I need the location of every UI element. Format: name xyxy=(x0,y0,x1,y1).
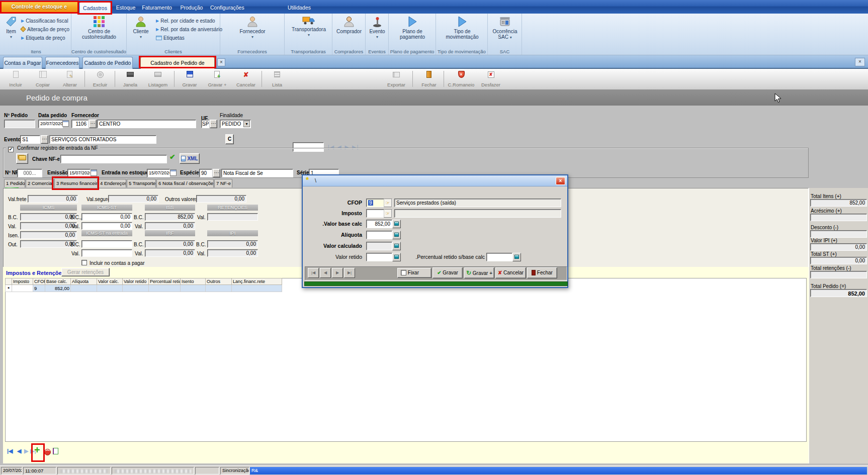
ribbon-item-alteracao-preco[interactable]: Alteração de preço xyxy=(21,27,69,34)
outros-valores-field[interactable]: 0,00 xyxy=(196,195,246,203)
grid-cell-lanc-financ[interactable] xyxy=(232,285,282,292)
mdi-tab-cadastro-pedido[interactable]: Cadastro de Pedido xyxy=(82,57,133,69)
gravar-button[interactable]: Gravar xyxy=(178,70,201,88)
janela-button[interactable]: Janela xyxy=(119,70,142,88)
grid-cell-aliquota[interactable] xyxy=(71,285,97,292)
dialog-nav-prev[interactable]: ◀ xyxy=(320,268,331,278)
gerar-retencoes-button[interactable]: Gerar retenções xyxy=(61,268,110,276)
alterar-button[interactable]: ✎Alterar xyxy=(58,70,81,88)
subtab-nfe[interactable]: 7 NF-e xyxy=(214,179,232,187)
ribbon-item-etiqueta-preco[interactable]: ▶Etiqueta de preço xyxy=(21,35,65,42)
menu-tab-estoque[interactable]: Estoque xyxy=(115,2,137,13)
n-nf-field[interactable]: 000... xyxy=(17,169,42,177)
desconto-field[interactable] xyxy=(810,230,867,238)
especie-lookup-button[interactable]: ··· xyxy=(213,169,220,177)
chave-nfe-field[interactable] xyxy=(60,155,167,163)
grid-delete-row-button[interactable] xyxy=(44,449,51,455)
grid-cell-base-calc[interactable]: 852,00 xyxy=(45,285,71,292)
incluir-contas-pagar-checkbox[interactable] xyxy=(81,260,87,265)
centro-custo-button[interactable]: Centro de custo/resultado xyxy=(80,16,118,40)
fixar-checkbox[interactable] xyxy=(401,270,406,275)
aliquota-calc-button[interactable] xyxy=(392,231,401,239)
val-frete-field[interactable]: 0,00 xyxy=(28,195,78,203)
ribbon-item-rel-cidade-estado[interactable]: ▶Rel. por cidade e estado xyxy=(156,18,215,25)
menu-tab-utilidades[interactable]: Utilidades xyxy=(287,2,312,13)
menu-tab-cadastros[interactable]: Cadastros xyxy=(79,2,111,13)
entrada-field[interactable]: 15/07/2020 xyxy=(147,169,170,177)
exportar-button[interactable]: Exportar xyxy=(383,70,409,88)
mdi-tab-contas-a-pagar[interactable]: Contas a Pagar xyxy=(3,57,42,69)
grid-cell-percentual-retido[interactable] xyxy=(149,285,181,292)
evento-name-field[interactable]: SERVIÇOS CONTRATADOS xyxy=(49,135,156,144)
subtab-comercial[interactable]: 2 Comercial xyxy=(26,179,54,187)
uf-lookup-button[interactable]: ··· xyxy=(210,120,217,128)
grid-cell-outros[interactable] xyxy=(206,285,232,292)
xml-button[interactable]: XML xyxy=(180,153,200,164)
tipo-movimentacao-button[interactable]: Tipo de movimentação xyxy=(444,16,480,40)
fornecedor-name-field[interactable]: CENTRO xyxy=(97,120,196,128)
comprador-button[interactable]: Comprador xyxy=(334,16,364,34)
valor-retido-field[interactable] xyxy=(366,253,392,261)
item-button[interactable]: Item▾ xyxy=(2,16,20,40)
icms-st-val-field[interactable]: 0,00 xyxy=(81,222,132,230)
c-button[interactable]: C xyxy=(225,134,234,144)
dialog-nav-first[interactable]: |◀ xyxy=(308,268,319,278)
grid-row-selector[interactable]: * xyxy=(5,285,12,292)
dialog-cancelar-button[interactable]: ✘ Cancelar xyxy=(495,267,526,278)
ocorrencia-sac-button[interactable]: Ocorrência SAC ▾ xyxy=(490,16,520,40)
grid-cell-isento[interactable] xyxy=(181,285,206,292)
lista-button[interactable]: Lista xyxy=(266,70,289,88)
listagem-button[interactable]: Listagem xyxy=(145,70,171,88)
ribbon-item-classificacao-fiscal[interactable]: ▶Classificacao fiscal xyxy=(21,18,68,25)
grid-cell-valor-retido[interactable] xyxy=(123,285,149,292)
dialog-gravar-mais-button[interactable]: ↻ Gravar + xyxy=(464,267,494,278)
uf-field[interactable]: SP xyxy=(201,120,209,128)
mdi-tab-cadastro-pedido-compra[interactable]: Cadastro de Pedido de Compra xyxy=(140,57,215,69)
dialog-titlebar[interactable]: * \ × xyxy=(303,175,567,186)
subtab-nota-fiscal-obs[interactable]: 6 Nota fiscal / observações xyxy=(156,179,214,187)
grid-cell-valor-calc[interactable] xyxy=(97,285,123,292)
emissao-field[interactable]: 15/07/2020 xyxy=(67,169,91,177)
cliente-button[interactable]: Cliente▾ xyxy=(130,16,152,40)
cancelar-button[interactable]: ✘Cancelar xyxy=(233,70,258,88)
grid-cell-cfop[interactable]: 9 xyxy=(33,285,45,292)
nf-checkbox[interactable]: ✔ xyxy=(8,147,14,152)
grid-add-row-button[interactable]: + xyxy=(34,444,40,456)
grid-nav-next[interactable]: ▶ xyxy=(24,448,28,454)
fornecedor-code-field[interactable]: 1106 xyxy=(71,120,89,128)
calendar-icon[interactable] xyxy=(62,120,69,127)
dialog-nav-last[interactable]: ▶| xyxy=(344,268,355,278)
menu-tab-producao[interactable]: Produção xyxy=(179,2,204,13)
gravar-mais-button[interactable]: +Gravar + xyxy=(204,70,230,88)
evento-lookup-button[interactable]: ··· xyxy=(41,135,48,144)
copiar-button[interactable]: Copiar xyxy=(31,70,54,88)
grid-nav-first[interactable]: |◀ xyxy=(7,448,13,454)
cfop-lookup-button[interactable]: ☞ xyxy=(384,199,392,207)
icms-st-ent-val-field[interactable] xyxy=(81,249,132,257)
aliquota-field[interactable] xyxy=(366,231,392,239)
icms-st-ent-bc-field[interactable] xyxy=(81,240,132,248)
n-pedido-field[interactable] xyxy=(4,120,35,128)
plano-pagamento-button[interactable]: Plano de pagamento xyxy=(395,16,430,40)
especie-field[interactable]: 90 xyxy=(199,169,212,177)
dialog-close-button[interactable]: × xyxy=(556,177,565,185)
grid-nav-prev[interactable]: ◀ xyxy=(17,448,21,454)
valor-base-field[interactable]: 852,00 xyxy=(366,220,392,228)
evento-code-field[interactable]: S1 xyxy=(20,135,40,144)
imposto-lookup-button[interactable]: ☞ xyxy=(384,209,392,218)
menu-tab-faturamento[interactable]: Faturamento xyxy=(142,2,172,13)
dialog-nav-next[interactable]: ▶ xyxy=(332,268,343,278)
fornecedor-button[interactable]: Fornecedor▾ xyxy=(237,16,268,40)
dialog-gravar-button[interactable]: ✔ Gravar xyxy=(432,267,463,278)
calendar-icon[interactable] xyxy=(91,169,97,176)
close-window-button[interactable]: × xyxy=(855,58,865,66)
finalidade-select[interactable]: PEDIDO▾ xyxy=(220,120,251,128)
subtab-transporte[interactable]: 5 Transporte xyxy=(127,179,156,187)
ribbon-item-etiquetas[interactable]: Etiquetas xyxy=(156,35,185,42)
fixar-checkbox-panel[interactable]: Fixar xyxy=(397,268,431,278)
icms-st-bc-field[interactable]: 0,00 xyxy=(81,213,132,221)
close-tab-button[interactable]: × xyxy=(217,58,225,66)
valor-calculado-calc-button[interactable] xyxy=(392,242,401,250)
ribbon-item-rel-aniversario[interactable]: ▶Rel. por data de aniversário xyxy=(156,27,222,34)
percentual-retido-field[interactable] xyxy=(486,253,512,261)
